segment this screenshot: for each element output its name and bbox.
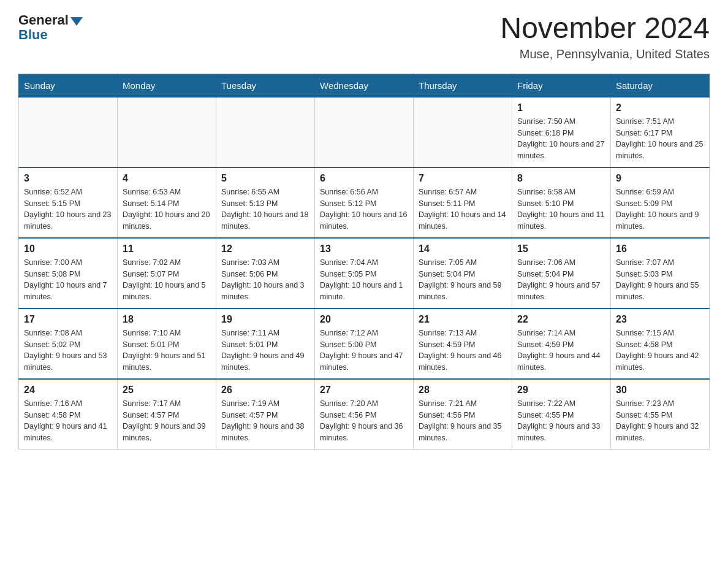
col-header-sunday: Sunday xyxy=(19,74,118,97)
calendar-cell: 6Sunrise: 6:56 AM Sunset: 5:12 PM Daylig… xyxy=(315,167,414,238)
logo-arrow-icon xyxy=(70,17,83,26)
location: Muse, Pennsylvania, United States xyxy=(500,47,710,61)
day-number: 21 xyxy=(419,314,507,325)
col-header-thursday: Thursday xyxy=(414,74,512,97)
day-info: Sunrise: 7:51 AM Sunset: 6:17 PM Dayligh… xyxy=(616,116,704,162)
logo-general: General xyxy=(18,12,83,28)
calendar-week-3: 10Sunrise: 7:00 AM Sunset: 5:08 PM Dayli… xyxy=(19,238,710,308)
calendar-cell: 30Sunrise: 7:23 AM Sunset: 4:55 PM Dayli… xyxy=(611,379,710,450)
day-number: 7 xyxy=(419,173,507,184)
col-header-monday: Monday xyxy=(118,74,216,97)
day-info: Sunrise: 6:52 AM Sunset: 5:15 PM Dayligh… xyxy=(24,186,112,232)
calendar-cell: 19Sunrise: 7:11 AM Sunset: 5:01 PM Dayli… xyxy=(216,308,315,379)
col-header-tuesday: Tuesday xyxy=(216,74,315,97)
day-info: Sunrise: 7:15 AM Sunset: 4:58 PM Dayligh… xyxy=(616,327,704,373)
day-info: Sunrise: 7:22 AM Sunset: 4:55 PM Dayligh… xyxy=(517,398,605,444)
day-number: 26 xyxy=(221,385,309,396)
calendar-cell: 22Sunrise: 7:14 AM Sunset: 4:59 PM Dayli… xyxy=(512,308,611,379)
day-info: Sunrise: 7:11 AM Sunset: 5:01 PM Dayligh… xyxy=(221,327,309,373)
calendar-cell xyxy=(216,97,315,167)
day-info: Sunrise: 7:03 AM Sunset: 5:06 PM Dayligh… xyxy=(221,257,309,303)
calendar-cell: 24Sunrise: 7:16 AM Sunset: 4:58 PM Dayli… xyxy=(19,379,118,450)
page-header: General Blue November 2024 Muse, Pennsyl… xyxy=(18,12,710,61)
calendar-cell: 5Sunrise: 6:55 AM Sunset: 5:13 PM Daylig… xyxy=(216,167,315,238)
day-info: Sunrise: 6:58 AM Sunset: 5:10 PM Dayligh… xyxy=(517,186,605,232)
day-number: 1 xyxy=(517,102,605,113)
calendar-cell: 7Sunrise: 6:57 AM Sunset: 5:11 PM Daylig… xyxy=(414,167,512,238)
day-number: 17 xyxy=(24,314,112,325)
day-number: 6 xyxy=(320,173,408,184)
day-number: 16 xyxy=(616,243,704,255)
calendar-week-4: 17Sunrise: 7:08 AM Sunset: 5:02 PM Dayli… xyxy=(19,308,710,379)
day-info: Sunrise: 6:57 AM Sunset: 5:11 PM Dayligh… xyxy=(419,186,507,232)
calendar-cell: 3Sunrise: 6:52 AM Sunset: 5:15 PM Daylig… xyxy=(19,167,118,238)
day-number: 25 xyxy=(123,385,211,396)
day-number: 10 xyxy=(24,243,112,255)
day-number: 19 xyxy=(221,314,309,325)
col-header-saturday: Saturday xyxy=(611,74,710,97)
day-info: Sunrise: 7:08 AM Sunset: 5:02 PM Dayligh… xyxy=(24,327,112,373)
calendar-cell: 12Sunrise: 7:03 AM Sunset: 5:06 PM Dayli… xyxy=(216,238,315,308)
calendar-cell: 10Sunrise: 7:00 AM Sunset: 5:08 PM Dayli… xyxy=(19,238,118,308)
day-info: Sunrise: 6:55 AM Sunset: 5:13 PM Dayligh… xyxy=(221,186,309,232)
calendar-cell: 21Sunrise: 7:13 AM Sunset: 4:59 PM Dayli… xyxy=(414,308,512,379)
calendar-cell xyxy=(19,97,118,167)
calendar-cell: 17Sunrise: 7:08 AM Sunset: 5:02 PM Dayli… xyxy=(19,308,118,379)
logo-general-text: General xyxy=(18,12,69,28)
day-number: 27 xyxy=(320,385,408,396)
calendar-cell: 29Sunrise: 7:22 AM Sunset: 4:55 PM Dayli… xyxy=(512,379,611,450)
day-number: 30 xyxy=(616,385,704,396)
calendar-week-2: 3Sunrise: 6:52 AM Sunset: 5:15 PM Daylig… xyxy=(19,167,710,238)
day-info: Sunrise: 6:53 AM Sunset: 5:14 PM Dayligh… xyxy=(123,186,211,232)
calendar-cell xyxy=(118,97,216,167)
day-number: 11 xyxy=(123,243,211,255)
day-info: Sunrise: 7:07 AM Sunset: 5:03 PM Dayligh… xyxy=(616,257,704,303)
day-info: Sunrise: 7:20 AM Sunset: 4:56 PM Dayligh… xyxy=(320,398,408,444)
day-number: 9 xyxy=(616,173,704,184)
day-info: Sunrise: 6:59 AM Sunset: 5:09 PM Dayligh… xyxy=(616,186,704,232)
logo: General Blue xyxy=(18,12,83,43)
calendar-cell: 23Sunrise: 7:15 AM Sunset: 4:58 PM Dayli… xyxy=(611,308,710,379)
day-info: Sunrise: 7:13 AM Sunset: 4:59 PM Dayligh… xyxy=(419,327,507,373)
day-number: 12 xyxy=(221,243,309,255)
calendar-cell xyxy=(414,97,512,167)
day-info: Sunrise: 7:14 AM Sunset: 4:59 PM Dayligh… xyxy=(517,327,605,373)
calendar-cell: 27Sunrise: 7:20 AM Sunset: 4:56 PM Dayli… xyxy=(315,379,414,450)
day-number: 3 xyxy=(24,173,112,184)
day-number: 20 xyxy=(320,314,408,325)
day-info: Sunrise: 7:19 AM Sunset: 4:57 PM Dayligh… xyxy=(221,398,309,444)
col-header-friday: Friday xyxy=(512,74,611,97)
calendar-cell xyxy=(315,97,414,167)
day-number: 22 xyxy=(517,314,605,325)
day-info: Sunrise: 7:17 AM Sunset: 4:57 PM Dayligh… xyxy=(123,398,211,444)
day-number: 28 xyxy=(419,385,507,396)
calendar-cell: 20Sunrise: 7:12 AM Sunset: 5:00 PM Dayli… xyxy=(315,308,414,379)
day-info: Sunrise: 7:04 AM Sunset: 5:05 PM Dayligh… xyxy=(320,257,408,303)
day-number: 8 xyxy=(517,173,605,184)
day-number: 13 xyxy=(320,243,408,255)
day-info: Sunrise: 7:02 AM Sunset: 5:07 PM Dayligh… xyxy=(123,257,211,303)
day-info: Sunrise: 7:12 AM Sunset: 5:00 PM Dayligh… xyxy=(320,327,408,373)
day-info: Sunrise: 7:21 AM Sunset: 4:56 PM Dayligh… xyxy=(419,398,507,444)
calendar-cell: 25Sunrise: 7:17 AM Sunset: 4:57 PM Dayli… xyxy=(118,379,216,450)
day-number: 24 xyxy=(24,385,112,396)
calendar-week-5: 24Sunrise: 7:16 AM Sunset: 4:58 PM Dayli… xyxy=(19,379,710,450)
day-number: 5 xyxy=(221,173,309,184)
day-info: Sunrise: 7:06 AM Sunset: 5:04 PM Dayligh… xyxy=(517,257,605,303)
day-number: 15 xyxy=(517,243,605,255)
calendar-cell: 8Sunrise: 6:58 AM Sunset: 5:10 PM Daylig… xyxy=(512,167,611,238)
day-info: Sunrise: 7:00 AM Sunset: 5:08 PM Dayligh… xyxy=(24,257,112,303)
logo-blue-text: Blue xyxy=(18,27,48,43)
calendar-cell: 13Sunrise: 7:04 AM Sunset: 5:05 PM Dayli… xyxy=(315,238,414,308)
day-number: 4 xyxy=(123,173,211,184)
calendar-cell: 16Sunrise: 7:07 AM Sunset: 5:03 PM Dayli… xyxy=(611,238,710,308)
title-section: November 2024 Muse, Pennsylvania, United… xyxy=(500,12,710,61)
day-number: 29 xyxy=(517,385,605,396)
calendar-cell: 18Sunrise: 7:10 AM Sunset: 5:01 PM Dayli… xyxy=(118,308,216,379)
calendar-week-1: 1Sunrise: 7:50 AM Sunset: 6:18 PM Daylig… xyxy=(19,97,710,167)
col-header-wednesday: Wednesday xyxy=(315,74,414,97)
calendar-header-row: SundayMondayTuesdayWednesdayThursdayFrid… xyxy=(19,74,710,97)
calendar-cell: 15Sunrise: 7:06 AM Sunset: 5:04 PM Dayli… xyxy=(512,238,611,308)
calendar-cell: 1Sunrise: 7:50 AM Sunset: 6:18 PM Daylig… xyxy=(512,97,611,167)
day-number: 14 xyxy=(419,243,507,255)
